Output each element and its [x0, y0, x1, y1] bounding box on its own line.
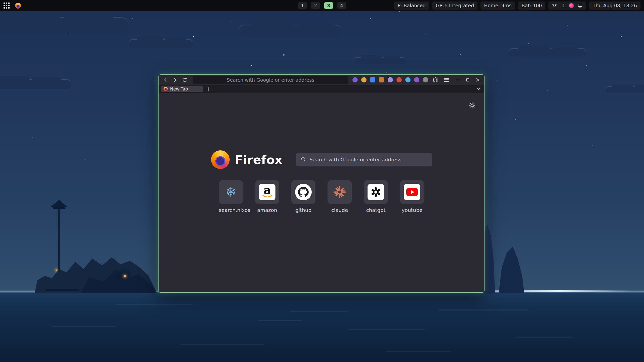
wave [290, 311, 348, 312]
new-tab-button[interactable]: + [205, 86, 212, 92]
search-icon [301, 156, 306, 163]
shortcut-label: youtube [400, 207, 424, 213]
workspace-3-active[interactable]: 3 [324, 2, 333, 9]
shortcut-label: github [291, 207, 315, 213]
tile-box [328, 180, 352, 204]
system-tray [548, 2, 586, 10]
star [148, 174, 149, 174]
wave [116, 304, 193, 305]
tab-new-tab[interactable]: New Tab [161, 86, 203, 92]
list-all-tabs-icon[interactable] [475, 86, 482, 92]
star [370, 18, 371, 19]
extension-strip [352, 76, 450, 84]
status-bar: 1 2 3 4 P: Balanced GPU: Integrated Home… [0, 0, 644, 11]
app-launcher-icon[interactable] [4, 3, 10, 9]
tile-box [400, 180, 424, 204]
extension-icon-5[interactable] [388, 77, 393, 82]
pier [46, 289, 79, 291]
desktop: 1 2 3 4 P: Balanced GPU: Integrated Home… [0, 0, 644, 362]
tile-box: ❄ [219, 180, 243, 204]
firefox-window: Search with Google or enter address [158, 74, 485, 293]
close-button[interactable] [474, 76, 481, 84]
star [193, 36, 194, 37]
star [32, 138, 33, 138]
window-controls [454, 76, 481, 84]
watchtower-pole [58, 208, 60, 272]
extension-icon-6[interactable] [396, 77, 402, 82]
hut [116, 273, 130, 279]
extension-icon-2[interactable] [361, 77, 367, 82]
amazon-smile-icon [262, 194, 272, 198]
bluetooth-icon[interactable] [561, 3, 565, 8]
extension-icon-9[interactable] [423, 77, 428, 82]
shortcut-amazon[interactable]: a amazon [255, 180, 279, 213]
browser-toolbar: Search with Google or enter address [159, 75, 484, 85]
workspace-switcher: 1 2 3 4 [298, 2, 346, 9]
star [476, 22, 477, 22]
star [84, 159, 85, 160]
forward-button[interactable] [171, 76, 179, 84]
firefox-favicon [164, 87, 168, 91]
star [425, 33, 426, 33]
youtube-play-triangle [411, 190, 414, 194]
star [605, 109, 606, 109]
back-button[interactable] [162, 76, 170, 84]
star [154, 80, 155, 80]
shortcut-github[interactable]: github [291, 180, 315, 213]
star [68, 33, 68, 33]
cloud [129, 40, 193, 48]
extension-icon-1[interactable] [352, 77, 358, 82]
wave [438, 309, 528, 310]
newtab-search-bar[interactable] [296, 153, 432, 166]
cloud [238, 25, 341, 37]
maximize-button[interactable] [464, 76, 471, 84]
star [592, 145, 593, 146]
newtab-search-input[interactable] [309, 157, 427, 163]
nixos-snowflake-icon: ❄ [225, 186, 236, 199]
extension-icon-7[interactable] [405, 77, 411, 82]
display-icon[interactable] [578, 3, 583, 8]
amazon-icon: a [259, 184, 275, 200]
firefox-launcher-icon[interactable] [15, 3, 21, 9]
cloud [354, 58, 406, 64]
star [496, 80, 497, 80]
shortcut-label: amazon [255, 207, 279, 213]
url-bar[interactable]: Search with Google or enter address [193, 76, 348, 84]
tile-box: a [255, 180, 279, 204]
color-wheel-icon[interactable] [569, 3, 574, 8]
personalize-gear-icon[interactable] [469, 102, 475, 110]
firefox-logo [211, 150, 230, 169]
workspace-1[interactable]: 1 [298, 2, 307, 9]
cloud [605, 87, 644, 93]
star [58, 94, 58, 95]
shortcut-chatgpt[interactable]: chatgpt [364, 180, 388, 213]
shortcut-youtube[interactable]: youtube [400, 180, 424, 213]
workspace-2[interactable]: 2 [311, 2, 320, 9]
new-tab-page: Firefox ❄ search.nixos [159, 93, 484, 291]
firefox-wordmark: Firefox [235, 153, 283, 167]
tower-light [56, 269, 57, 271]
ping-status: Home: 9ms [480, 2, 515, 10]
wifi-icon[interactable] [552, 3, 557, 8]
wave [515, 337, 573, 338]
shortcut-search-nixos[interactable]: ❄ search.nixos [219, 180, 243, 213]
minimize-button[interactable] [454, 76, 461, 84]
star [528, 43, 529, 44]
extensions-puzzle-icon[interactable] [432, 76, 439, 84]
wave [180, 344, 264, 345]
extension-icon-8[interactable] [414, 77, 419, 82]
star [460, 54, 461, 55]
newtab-hero: Firefox [159, 150, 484, 169]
reload-button[interactable] [181, 76, 189, 84]
shortcut-label: search.nixos [219, 207, 243, 213]
extension-icon-4[interactable] [379, 77, 384, 82]
extension-icon-3[interactable] [370, 77, 375, 82]
menu-hamburger-icon[interactable] [443, 76, 450, 84]
workspace-4[interactable]: 4 [337, 2, 346, 9]
status-bar-right: P: Balanced GPU: Integrated Home: 9ms Ba… [394, 2, 640, 10]
wave [386, 351, 451, 352]
cloud [509, 49, 586, 57]
shortcut-claude[interactable]: claude [328, 180, 352, 213]
star [132, 18, 133, 19]
rock-squat [499, 237, 524, 293]
